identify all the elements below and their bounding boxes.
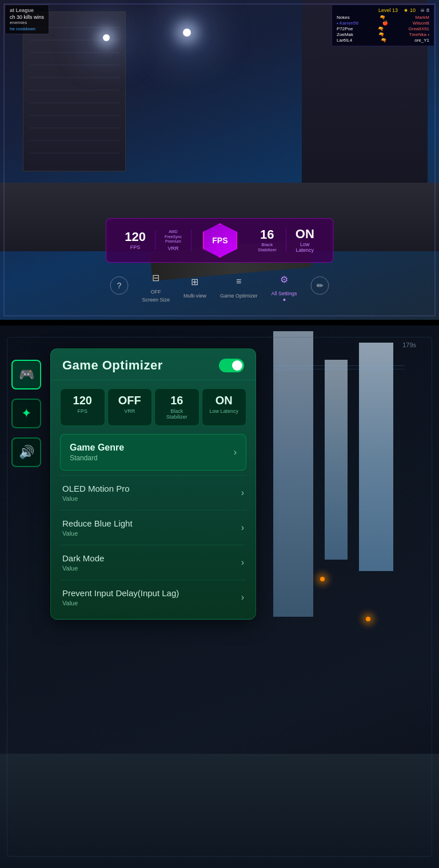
street-light-left	[103, 34, 110, 41]
low-latency-label: Low Latency	[296, 242, 314, 253]
player-row-5: Lar6IL4 🔫 ore_Y1	[337, 38, 429, 43]
ground-bottom	[0, 754, 439, 868]
panel-black-stabilizer-value: 16	[159, 395, 194, 406]
player-row-4: ZoeMak 🔫 TreeNka •	[337, 32, 429, 37]
panel-header: Game Optimizer	[51, 349, 256, 380]
dark-mode-chevron-icon: ›	[241, 557, 244, 568]
panel-stats-row: 120 FPS OFF VRR 16 Black Stabilizer ON L…	[60, 388, 246, 426]
screen-size-icon: ⊟	[147, 268, 165, 287]
edit-button[interactable]: ✏	[311, 276, 329, 295]
oled-motion-pro-row[interactable]: OLED Motion Pro Value ›	[51, 476, 256, 510]
panel-vrr-value: OFF	[113, 395, 147, 406]
map-line-2	[274, 369, 405, 369]
multiview-control[interactable]: ⊞ Multi-view	[183, 272, 206, 299]
multiview-label: Multi-view	[183, 293, 206, 299]
input-delay-chevron-icon: ›	[241, 592, 244, 602]
black-stabilizer-stat: 16 Black Stabilizer	[249, 228, 286, 252]
game-optimizer-control[interactable]: ≡ Game Optimizer	[220, 272, 258, 299]
panel-vrr-stat: OFF VRR	[107, 388, 153, 426]
skulls-count: ☠ 8	[420, 7, 429, 13]
level-indicator: Level 13 ★ 10 ☠ 8	[337, 7, 429, 13]
hud-top-right: Level 13 ★ 10 ☠ 8 Nokes 🔫 MarkM • Karren…	[332, 5, 434, 46]
dark-mode-row[interactable]: Dark Mode Value ›	[51, 545, 256, 580]
panel-low-latency-label: Low Latency	[207, 408, 242, 414]
panel-title: Game Optimizer	[62, 358, 163, 373]
black-stabilizer-value: 16	[258, 228, 277, 241]
player-row-2: • Karren56 🍎 WilsonB	[337, 21, 429, 26]
game-genre-title: Game Genre	[70, 443, 124, 453]
player-row-1: Nokes 🔫 MarkM	[337, 15, 429, 20]
oled-motion-title: OLED Motion Pro	[62, 484, 130, 493]
oled-motion-info: OLED Motion Pro Value	[62, 484, 130, 502]
reduce-blue-light-row[interactable]: Reduce Blue Light Value ›	[51, 511, 256, 545]
fps-value: 120	[125, 231, 146, 243]
fps-stat: 120 FPS	[115, 231, 155, 250]
league-label: at League	[10, 7, 44, 13]
help-button[interactable]: ?	[110, 276, 128, 295]
dark-mode-info: Dark Mode Value	[62, 553, 104, 572]
building-left	[23, 11, 126, 171]
game-optimizer-icon: ≡	[230, 272, 248, 291]
panel-vrr-label: VRR	[113, 408, 147, 414]
game-optimizer-label: Game Optimizer	[220, 293, 258, 299]
vrr-label: VRR	[165, 246, 182, 251]
oled-motion-chevron-icon: ›	[241, 488, 244, 498]
panel-low-latency-value: ON	[207, 395, 242, 406]
panel-fps-stat: 120 FPS	[60, 388, 105, 426]
sidebar-display-button[interactable]: ✦	[11, 399, 41, 428]
sidebar-audio-button[interactable]: 🔊	[11, 437, 41, 467]
panel-low-latency-stat: ON Low Latency	[202, 388, 247, 426]
stats-bar: 120 FPS AMDFreeSyncPremium VRR FPS 16 Bl…	[106, 218, 333, 263]
screen-size-label: Screen Size	[142, 297, 170, 303]
player-row-3: P72Poe 🔫 GreatIX91	[337, 26, 429, 31]
timer-display: 179s	[402, 341, 416, 348]
top-game-section: at League ch 30 kills wins enemies he co…	[0, 0, 439, 320]
active-indicator	[283, 299, 285, 301]
fps-hexagon: FPS	[203, 223, 237, 258]
game-genre-chevron-icon: ›	[234, 447, 237, 457]
screen-size-control[interactable]: ⊟ OFF Screen Size	[142, 268, 170, 303]
low-latency-stat: ON Low Latency	[286, 228, 324, 253]
freesync-label: AMDFreeSyncPremium	[165, 230, 182, 244]
game-genre-value: Standard	[70, 454, 124, 462]
reduce-blue-light-title: Reduce Blue Light	[62, 519, 133, 528]
black-stabilizer-label: Black Stabilizer	[258, 242, 277, 252]
all-settings-label: All Settings	[272, 291, 297, 296]
sidebar-left: 🎮 ✦ 🔊	[11, 360, 41, 467]
bottom-game-section: 179s E 🎮 ✦ 🔊 Game Optimizer 120 FPS OFF …	[0, 326, 439, 868]
reduce-blue-light-value: Value	[62, 530, 133, 537]
street-light-right	[183, 29, 191, 37]
reduce-blue-light-info: Reduce Blue Light Value	[62, 519, 133, 537]
panel-toggle-switch[interactable]	[219, 359, 244, 372]
sidebar-gamepad-button[interactable]: 🎮	[11, 360, 41, 389]
torch-light-1	[320, 577, 325, 581]
ice-pillar-large	[273, 331, 313, 617]
panel-black-stabilizer-label: Black Stabilizer	[159, 408, 194, 420]
input-delay-value: Value	[62, 600, 179, 606]
ice-pillar-small	[359, 343, 393, 571]
reduce-blue-light-chevron-icon: ›	[241, 523, 244, 533]
low-latency-value: ON	[296, 228, 314, 240]
game-genre-info: Game Genre Standard	[70, 443, 124, 462]
map-line-1	[274, 365, 405, 366]
all-settings-control[interactable]: ⚙ All Settings	[272, 270, 297, 301]
dark-mode-title: Dark Mode	[62, 553, 104, 563]
cooldown-text: he cooldown	[10, 26, 44, 31]
ice-pillar-medium	[325, 360, 348, 560]
panel-fps-value: 120	[65, 395, 100, 406]
kills-text: ch 30 kills wins	[10, 14, 44, 20]
panel-fps-label: FPS	[65, 408, 100, 414]
game-genre-row[interactable]: Game Genre Standard ›	[60, 434, 246, 471]
enemies-text: enemies	[10, 20, 44, 25]
screen-size-value: OFF	[151, 289, 161, 295]
fps-center-hex: FPS	[191, 223, 249, 258]
panel-settings-list: OLED Motion Pro Value › Reduce Blue Ligh…	[51, 473, 256, 619]
hud-top-left: at League ch 30 kills wins enemies he co…	[5, 5, 49, 34]
multiview-icon: ⊞	[186, 272, 204, 291]
fps-hex-text: FPS	[212, 236, 228, 245]
input-delay-row[interactable]: Prevent Input Delay(Input Lag) Value ›	[51, 580, 256, 614]
optimizer-panel: Game Optimizer 120 FPS OFF VRR 16 Black …	[50, 348, 256, 620]
player-list: Nokes 🔫 MarkM • Karren56 🍎 WilsonB P72Po…	[337, 15, 429, 43]
input-delay-title: Prevent Input Delay(Input Lag)	[62, 588, 179, 598]
panel-black-stabilizer-stat: 16 Black Stabilizer	[154, 388, 199, 426]
